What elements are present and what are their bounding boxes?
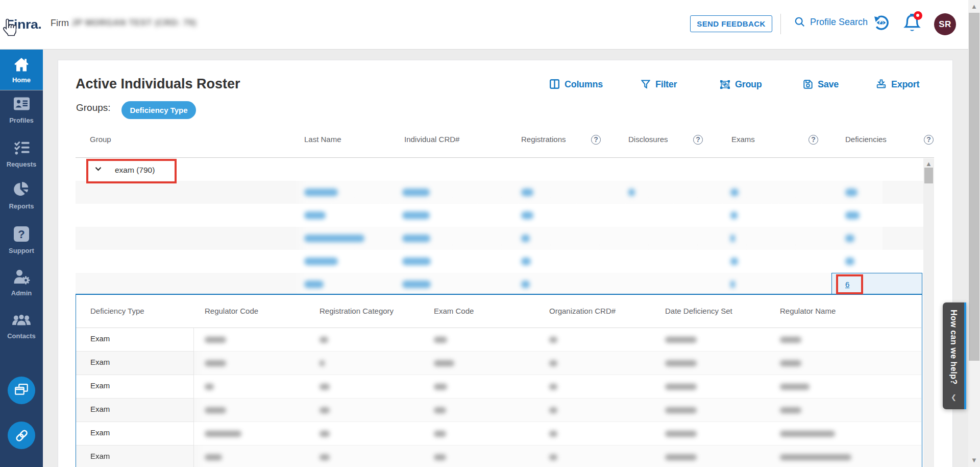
svg-text:?: ? — [18, 228, 24, 241]
